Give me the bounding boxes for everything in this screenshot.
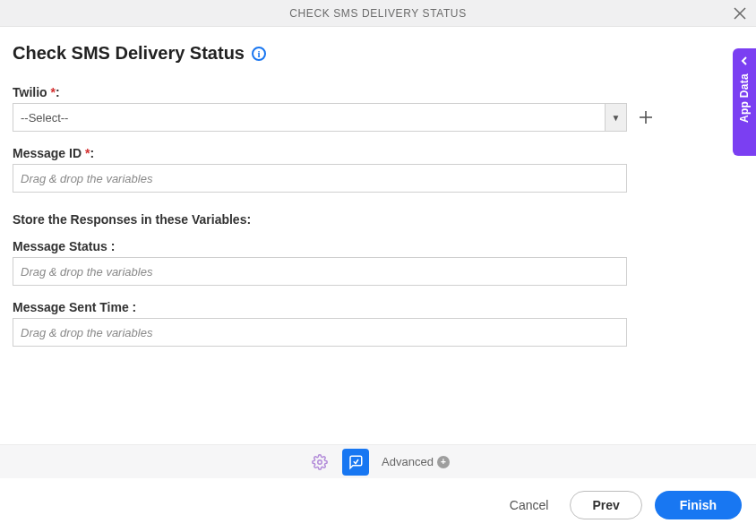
message-id-input[interactable] <box>13 164 627 193</box>
twilio-label-text: Twilio <box>13 85 47 99</box>
advanced-add-icon[interactable]: + <box>437 456 450 468</box>
field-message-sent-time: Message Sent Time : <box>13 300 743 347</box>
chevron-left-icon <box>740 54 749 68</box>
message-id-label-text: Message ID <box>13 146 82 160</box>
twilio-select[interactable]: --Select-- ▼ <box>13 103 627 132</box>
message-id-label: Message ID *: <box>13 146 743 160</box>
modal-header: CHECK SMS DELIVERY STATUS <box>0 0 756 27</box>
info-icon[interactable]: i <box>252 47 266 61</box>
field-message-id: Message ID *: <box>13 146 743 193</box>
twilio-select-row: --Select-- ▼ <box>13 103 743 132</box>
close-icon[interactable] <box>731 4 749 22</box>
page-title: Check SMS Delivery Status i <box>13 43 743 64</box>
add-twilio-button[interactable] <box>636 107 656 127</box>
page-title-text: Check SMS Delivery Status <box>13 43 245 64</box>
app-data-side-tab[interactable]: App Data <box>733 48 756 156</box>
side-tab-label: App Data <box>738 73 751 123</box>
label-colon: : <box>56 85 60 99</box>
cancel-button[interactable]: Cancel <box>501 493 558 518</box>
content-area: Check SMS Delivery Status i Twilio *: --… <box>0 27 756 444</box>
prev-button[interactable]: Prev <box>570 491 641 519</box>
message-status-input[interactable] <box>13 257 627 286</box>
chevron-down-icon[interactable]: ▼ <box>605 104 626 131</box>
gear-icon[interactable] <box>306 449 333 476</box>
twilio-select-value: --Select-- <box>13 104 605 131</box>
modal-title: CHECK SMS DELIVERY STATUS <box>289 7 467 20</box>
field-twilio: Twilio *: --Select-- ▼ <box>13 85 743 132</box>
bottom-toolbar: Advanced + <box>0 444 756 478</box>
svg-point-4 <box>318 459 322 464</box>
validate-icon[interactable] <box>342 449 369 476</box>
label-colon: : <box>90 146 94 160</box>
field-message-status: Message Status : <box>13 239 743 286</box>
responses-heading: Store the Responses in these Variables: <box>13 212 743 227</box>
message-status-label: Message Status : <box>13 239 743 253</box>
finish-button[interactable]: Finish <box>655 491 742 519</box>
modal-root: CHECK SMS DELIVERY STATUS Check SMS Deli… <box>0 0 756 532</box>
advanced-text: Advanced <box>382 455 434 468</box>
message-sent-time-input[interactable] <box>13 318 627 347</box>
twilio-label: Twilio *: <box>13 85 743 99</box>
message-sent-time-label: Message Sent Time : <box>13 300 743 314</box>
footer-bar: Cancel Prev Finish <box>0 478 756 532</box>
advanced-label-group: Advanced + <box>382 455 450 468</box>
